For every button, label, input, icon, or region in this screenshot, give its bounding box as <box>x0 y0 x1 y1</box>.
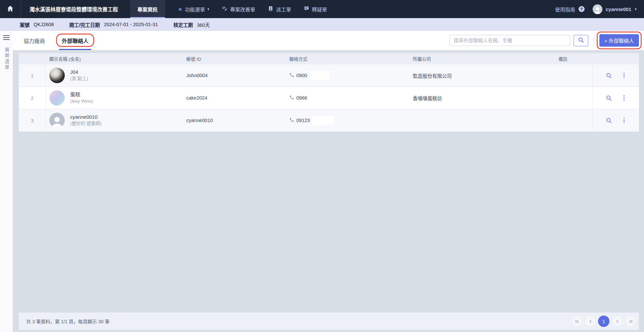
avatar <box>49 68 65 83</box>
header-note: 備註 <box>558 55 592 62</box>
content-body: 顯示名稱 (全名) 帳號 ID 聯絡方式 所屬公司 備註 1 J04 (測 點工… <box>13 50 644 332</box>
header-contact: 聯絡方式 <box>289 55 413 62</box>
current-page-button[interactable]: 1 <box>598 316 609 327</box>
account-id: John0004 <box>186 73 289 78</box>
table-row: 3 cyanne0010 (曼妙的 建築師) cyanne0010 09123 <box>19 109 639 132</box>
header-company: 所屬公司 <box>413 55 558 62</box>
contact-name: 蛋糕 <box>70 92 93 98</box>
date-range-label: 開工/完工日期 <box>69 21 100 28</box>
prev-page-button[interactable] <box>585 316 596 327</box>
case-number-value: QKJ2608 <box>34 22 54 27</box>
tab-partner-vendors[interactable]: 協力廠商 <box>23 31 45 50</box>
contact-fullname: (Ikey Wine) <box>70 99 93 104</box>
last-page-button[interactable] <box>625 316 636 327</box>
row-index: 3 <box>19 109 46 131</box>
nav-tab-label: 派工單 <box>276 6 291 13</box>
nav-tab-label: 專案資訊 <box>138 6 158 13</box>
top-nav: 專案資訊 ★ 功能選單 ▾ 專案改善單 派工單 釋疑單 <box>130 0 327 18</box>
phone-icon <box>289 117 294 123</box>
row-view-button[interactable] <box>606 72 612 79</box>
nav-tab-query-form[interactable]: 釋疑單 <box>304 0 327 18</box>
contact-name: J04 <box>70 69 88 75</box>
nav-tab-improvement-form[interactable]: 專案改善單 <box>222 0 255 18</box>
contact-fullname: (曼妙的 建築師) <box>70 121 102 127</box>
account-id: cake2024 <box>186 95 289 101</box>
username-menu[interactable]: cyanne001 <box>606 6 632 12</box>
nav-tab-label: 功能選單 <box>185 6 205 13</box>
star-icon: ★ <box>178 6 183 12</box>
header-account-id: 帳號 ID <box>186 55 289 62</box>
nav-tab-dispatch-form[interactable]: 派工單 <box>268 0 291 18</box>
row-more-menu[interactable] <box>622 94 626 102</box>
duration-value: 360天 <box>197 21 210 28</box>
collapsed-sidebar: 展開選單 <box>0 31 13 332</box>
row-more-menu[interactable] <box>622 71 626 80</box>
next-page-button[interactable] <box>611 316 623 327</box>
contact-name: cyanne0010 <box>70 114 102 120</box>
chat-bubble-icon <box>304 6 309 12</box>
question-circle-icon[interactable]: ? <box>579 6 585 12</box>
chevron-down-icon: ▾ <box>207 7 209 11</box>
header-display-name: 顯示名稱 (全名) <box>46 55 186 62</box>
project-info-bar: 案號 QKJ2608 開工/完工日期 2024-07-01 - 2025-01-… <box>0 18 644 31</box>
expand-menu-button[interactable]: 展開選單 <box>3 47 10 71</box>
row-view-button[interactable] <box>606 117 612 124</box>
vertical-divider <box>594 36 594 45</box>
table-header-row: 顯示名稱 (全名) 帳號 ID 聯絡方式 所屬公司 備註 <box>19 53 639 64</box>
menu-icon[interactable] <box>3 35 10 40</box>
table-row: 2 蛋糕 (Ikey Wine) cake2024 0966 香噴噴蛋 <box>19 87 639 109</box>
company-name: 香噴噴蛋糕坊 <box>413 95 558 102</box>
record-summary: 共 3 筆資料，第 1/1 頁，每頁顯示 30 筆 <box>26 318 109 325</box>
case-number-label: 案號 <box>20 21 30 28</box>
topbar-right: 使用指南 ? cyanne001 ▾ <box>555 0 644 18</box>
phone-number: 09123 <box>296 118 310 123</box>
table-footer: 共 3 筆資料，第 1/1 頁，每頁顯示 30 筆 1 <box>19 313 639 330</box>
top-navigation-bar: 濁水溪張林厝寮堤段整體環境改善工程 專案資訊 ★ 功能選單 ▾ 專案改善單 派工… <box>0 0 644 18</box>
search-button[interactable] <box>574 35 588 46</box>
phone-mask <box>310 94 329 102</box>
phone-icon <box>289 72 294 78</box>
home-icon <box>7 5 14 13</box>
duration-label: 核定工期 <box>174 21 193 28</box>
content-header: 協力廠商 外部聯絡人 + 外部聯絡人 <box>13 31 644 50</box>
add-external-contact-button[interactable]: + 外部聯絡人 <box>599 34 639 47</box>
phone-mask <box>310 71 329 80</box>
phone-mask <box>312 116 334 125</box>
row-index: 2 <box>19 87 46 109</box>
date-range-value: 2024-07-01 - 2025-01-31 <box>104 22 158 27</box>
tab-label: 外部聯絡人 <box>62 37 89 45</box>
avatar <box>49 90 65 106</box>
id-badge-icon <box>268 6 274 12</box>
project-title: 濁水溪張林厝寮堤段整體環境改善工程 <box>30 0 118 18</box>
edit-list-icon <box>222 6 228 12</box>
nav-tab-label: 專案改善單 <box>230 6 255 13</box>
nav-tab-project-info[interactable]: 專案資訊 <box>130 0 165 18</box>
account-id: cyanne0010 <box>186 118 289 123</box>
chevron-down-icon[interactable]: ▾ <box>635 7 637 11</box>
row-view-button[interactable] <box>606 95 612 101</box>
avatar-default-icon <box>49 113 65 128</box>
pagination: 1 <box>571 316 636 327</box>
user-guide-link[interactable]: 使用指南 <box>555 6 575 13</box>
row-index: 1 <box>19 64 46 87</box>
tab-label: 協力廠商 <box>23 37 45 45</box>
topbar-divider <box>20 0 21 18</box>
table-row: 1 J04 (測 點工) John0004 0900 監造股份有限公司 <box>19 64 639 87</box>
search-input[interactable] <box>449 35 570 46</box>
phone-number: 0966 <box>296 95 307 101</box>
phone-number: 0900 <box>296 73 307 78</box>
tab-external-contacts[interactable]: 外部聯絡人 <box>62 31 89 50</box>
contact-fullname: (測 點工) <box>70 76 88 82</box>
home-button[interactable] <box>0 0 20 18</box>
company-name: 監造股份有限公司 <box>413 72 558 79</box>
first-page-button[interactable] <box>571 316 583 327</box>
nav-tab-label: 釋疑單 <box>312 6 327 13</box>
user-avatar[interactable] <box>593 4 602 14</box>
search-icon <box>578 37 584 44</box>
nav-tab-function-menu[interactable]: ★ 功能選單 ▾ <box>178 0 209 18</box>
row-more-menu[interactable] <box>622 116 626 125</box>
phone-icon <box>289 95 294 101</box>
